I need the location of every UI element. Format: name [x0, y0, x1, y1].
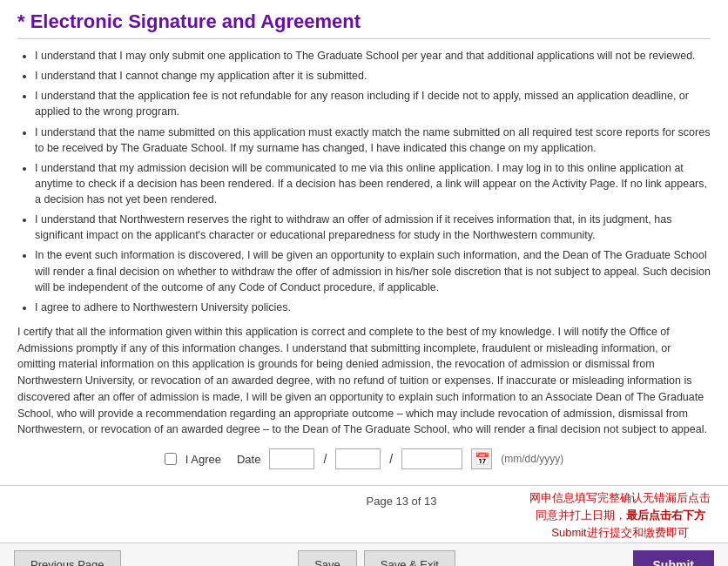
list-item: I agree to adhere to Northwestern Univer…	[35, 300, 711, 315]
list-item: I understand that I may only submit one …	[35, 48, 711, 64]
date-day-input[interactable]	[335, 448, 381, 469]
footer-right: Submit	[633, 550, 714, 566]
annotation-line1: 网申信息填写完整确认无错漏后点击	[529, 489, 711, 507]
submit-button[interactable]: Submit	[633, 550, 714, 566]
i-agree-checkbox[interactable]	[165, 453, 177, 465]
date-sep-2: /	[389, 452, 393, 466]
footer-center: Save Save & Exit	[298, 550, 455, 566]
title-asterisk: *	[17, 10, 25, 32]
save-button[interactable]: Save	[298, 550, 357, 566]
footer-bar: Previous Page Save Save & Exit Submit	[0, 542, 728, 566]
footer-left: Previous Page	[14, 550, 121, 566]
previous-page-button[interactable]: Previous Page	[14, 550, 121, 566]
page-container: * Electronic Signature and Agreement I u…	[0, 0, 728, 566]
agreement-row: I Agree Date / / 📅 (mm/dd/yyyy)	[17, 448, 711, 469]
date-year-input[interactable]	[401, 448, 462, 469]
list-item: I understand that I cannot change my app…	[35, 68, 711, 84]
agree-label: I Agree	[185, 453, 221, 466]
annotation-block: 网申信息填写完整确认无错漏后点击 同意并打上日期，最后点击右下方 Submit进…	[529, 489, 711, 542]
list-item: I understand that Northwestern reserves …	[35, 212, 711, 243]
annotation-line2-normal: 同意并打上日期，	[536, 509, 626, 522]
annotation-line2: 同意并打上日期，最后点击右下方	[529, 507, 711, 524]
section-title: * Electronic Signature and Agreement	[17, 10, 711, 39]
list-item: I understand that the name submitted on …	[35, 125, 711, 156]
list-item: I understand that my admission decision …	[35, 160, 711, 207]
title-text: Electronic Signature and Agreement	[25, 10, 361, 32]
annotation-line2-highlight: 最后点击右下方	[626, 509, 705, 522]
page-counter: Page 13 of 13	[273, 489, 529, 508]
list-item: In the event such information is discove…	[35, 247, 711, 294]
bullet-list: I understand that I may only submit one …	[35, 48, 711, 315]
save-exit-button[interactable]: Save & Exit	[364, 550, 455, 566]
calendar-icon[interactable]: 📅	[471, 448, 492, 469]
date-format-hint: (mm/dd/yyyy)	[501, 453, 563, 465]
list-item: I understand that the application fee is…	[35, 88, 711, 119]
date-label: Date	[237, 453, 260, 466]
annotation-line3: Submit进行提交和缴费即可	[529, 524, 711, 542]
date-sep-1: /	[323, 452, 327, 466]
pagination-annotation-area: Page 13 of 13 网申信息填写完整确认无错漏后点击 同意并打上日期，最…	[0, 486, 728, 542]
certify-text: I certify that all the information given…	[17, 324, 711, 438]
date-month-input[interactable]	[269, 448, 314, 469]
main-content: * Electronic Signature and Agreement I u…	[0, 0, 728, 486]
